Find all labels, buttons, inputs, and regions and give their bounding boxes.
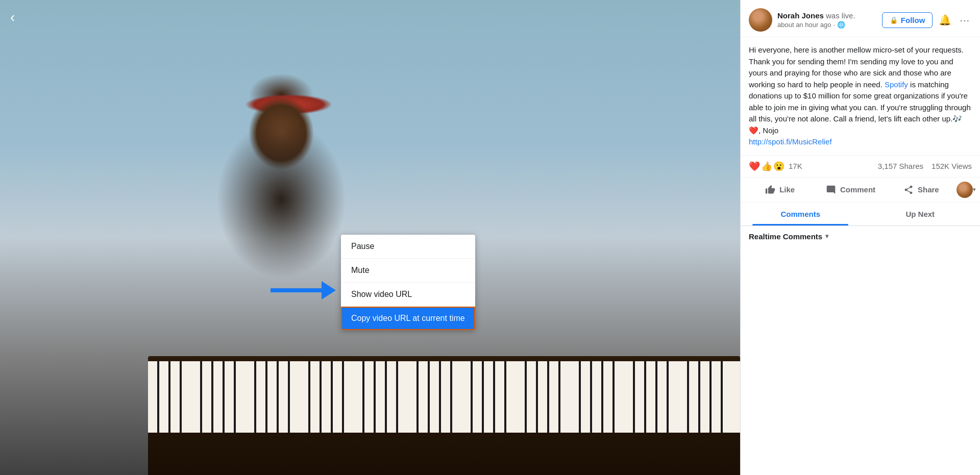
- arrow-body: [271, 288, 322, 292]
- tab-comments[interactable]: Comments: [741, 203, 861, 226]
- context-menu-mute[interactable]: Mute: [341, 259, 475, 283]
- public-icon: 🌐: [837, 21, 845, 29]
- was-live-label: was live.: [826, 11, 855, 20]
- arrow-head: [322, 281, 336, 299]
- wow-reaction: 😮: [773, 161, 785, 172]
- action-buttons: Like Comment Share ▾: [741, 178, 980, 203]
- more-options-button[interactable]: ···: [958, 12, 972, 28]
- shares-count[interactable]: 3,157 Shares: [878, 162, 923, 170]
- comment-button[interactable]: Comment: [815, 180, 886, 200]
- arrow-annotation: [271, 281, 336, 299]
- heart-reaction: ❤️: [749, 161, 760, 172]
- share-icon: [903, 185, 914, 195]
- back-button[interactable]: ‹: [10, 10, 15, 24]
- follow-label: Follow: [901, 16, 925, 24]
- header-actions: 🔒 Follow 🔔 ···: [882, 12, 972, 28]
- avatar: [749, 8, 772, 32]
- tabs-bar: Comments Up Next: [741, 203, 980, 226]
- spotify-url-link[interactable]: http://spoti.fi/MusicRelief: [749, 137, 832, 146]
- time-ago-text: about an hour ago: [777, 21, 831, 29]
- author-name[interactable]: Norah Jones: [777, 11, 824, 20]
- post-author: Norah Jones was live.: [777, 11, 882, 20]
- share-button[interactable]: Share: [886, 180, 957, 200]
- context-menu: Pause Mute Show video URL Copy video URL…: [341, 235, 475, 330]
- realtime-comments-filter[interactable]: Realtime Comments ▾: [741, 226, 980, 247]
- globe-icon: ·: [834, 21, 835, 29]
- context-menu-copy-url[interactable]: Copy video URL at current time: [341, 307, 475, 330]
- post-body: Hi everyone, here is another mellow micr…: [741, 37, 980, 156]
- bell-button[interactable]: 🔔: [937, 12, 953, 28]
- share-stats: 3,157 Shares 152K Views: [878, 162, 972, 170]
- realtime-comments-label: Realtime Comments: [749, 232, 822, 241]
- video-panel: ‹ Pause Mute Show video URL Copy video U…: [0, 0, 740, 475]
- reactions-bar: ❤️ 👍 😮 17K 3,157 Shares 152K Views: [741, 156, 980, 178]
- user-avatar-action[interactable]: [957, 182, 973, 198]
- context-menu-pause[interactable]: Pause: [341, 235, 475, 259]
- piano-keys: [148, 356, 740, 475]
- views-count: 152K Views: [932, 162, 972, 170]
- comment-icon: [826, 185, 836, 195]
- avatar-image: [749, 8, 772, 32]
- tab-upnext[interactable]: Up Next: [861, 203, 981, 226]
- like-reaction: 👍: [761, 161, 772, 172]
- chevron-down-icon: ▾: [825, 233, 828, 240]
- sidebar-panel: Norah Jones was live. about an hour ago …: [740, 0, 980, 475]
- reaction-count[interactable]: 17K: [789, 162, 802, 170]
- context-menu-show-url[interactable]: Show video URL: [341, 283, 475, 307]
- reaction-icons: ❤️ 👍 😮 17K: [749, 161, 802, 172]
- follow-button[interactable]: 🔒 Follow: [882, 12, 933, 28]
- comment-label: Comment: [840, 185, 875, 194]
- spotify-link[interactable]: Spotify: [885, 80, 908, 89]
- like-label: Like: [779, 185, 795, 194]
- thumbs-up-icon: [765, 185, 775, 195]
- lock-icon: 🔒: [890, 16, 898, 24]
- post-time: about an hour ago · 🌐: [777, 21, 882, 29]
- dropdown-arrow-icon[interactable]: ▾: [973, 186, 976, 193]
- share-label: Share: [918, 185, 939, 194]
- like-button[interactable]: Like: [745, 180, 815, 200]
- post-header: Norah Jones was live. about an hour ago …: [741, 0, 980, 37]
- post-meta: Norah Jones was live. about an hour ago …: [777, 11, 882, 29]
